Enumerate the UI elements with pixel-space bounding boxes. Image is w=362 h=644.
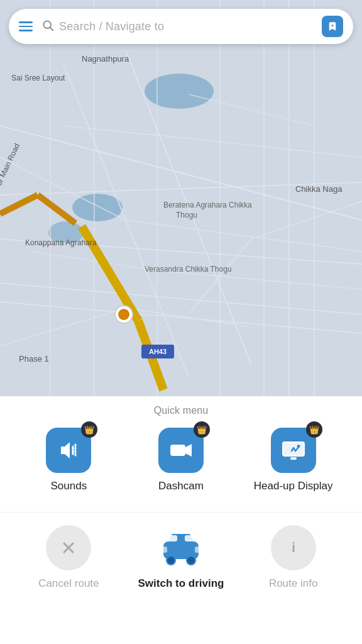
quick-menu-title: Quick menu	[0, 405, 362, 416]
svg-text:Thogu: Thogu	[176, 211, 197, 219]
svg-text:Chikka Naga: Chikka Naga	[295, 184, 343, 194]
dashcam-icon-wrap: 👑	[158, 428, 204, 473]
svg-point-36	[118, 309, 129, 320]
svg-point-48	[332, 25, 334, 26]
svg-text:Konappana Agrahara: Konappana Agrahara	[25, 238, 97, 247]
svg-point-64	[187, 556, 195, 565]
sounds-label: Sounds	[50, 479, 87, 493]
actions-row: Cancel route Switch to driving	[0, 512, 362, 606]
quick-menu-sounds[interactable]: 👑 Sounds	[25, 428, 112, 493]
map-svg: AH43 Nagnathpura Sai Sree Layout Sur Mai…	[0, 0, 362, 396]
speaker-icon	[56, 438, 81, 463]
hud-label: Head-up Display	[254, 479, 333, 493]
svg-marker-53	[185, 444, 192, 457]
switch-driving-icon-wrap	[158, 525, 204, 570]
svg-rect-61	[167, 535, 177, 541]
svg-text:Beratena Agrahara Chikka: Beratena Agrahara Chikka	[163, 201, 252, 209]
route-info-button[interactable]: i Route info	[250, 525, 337, 591]
dashcam-label: Dashcam	[158, 479, 204, 493]
sounds-icon-wrap: 👑	[46, 428, 91, 473]
svg-point-1	[145, 74, 214, 109]
svg-rect-65	[162, 547, 167, 553]
hud-icon-wrap: 👑	[271, 428, 316, 473]
crown-badge-hud: 👑	[306, 421, 322, 438]
svg-marker-49	[61, 442, 70, 458]
map-view: AH43 Nagnathpura Sai Sree Layout Sur Mai…	[0, 0, 362, 396]
search-placeholder[interactable]: Search / Navigate to	[59, 20, 322, 33]
hud-icon	[280, 437, 307, 464]
svg-point-2	[72, 194, 123, 221]
svg-point-63	[167, 556, 175, 565]
hamburger-menu[interactable]	[19, 21, 33, 31]
crown-badge-dashcam: 👑	[194, 421, 210, 438]
cancel-route-button[interactable]: Cancel route	[25, 525, 112, 591]
svg-text:Verasandra Chikka Thogu: Verasandra Chikka Thogu	[145, 265, 232, 274]
switch-driving-button[interactable]: Switch to driving	[137, 525, 225, 591]
search-icon	[41, 19, 54, 35]
svg-rect-66	[195, 547, 200, 553]
svg-rect-57	[290, 457, 297, 460]
dashcam-icon	[168, 437, 194, 464]
route-info-icon-wrap: i	[271, 525, 316, 570]
switch-driving-label: Switch to driving	[138, 577, 224, 591]
car-icon	[158, 529, 204, 567]
cancel-route-icon-wrap	[46, 525, 91, 570]
bookmark-button[interactable]	[322, 16, 343, 37]
svg-point-56	[297, 445, 300, 448]
bottom-panel: Quick menu 👑 Sounds 👑	[0, 396, 362, 644]
cancel-route-label: Cancel route	[38, 577, 99, 591]
svg-rect-0	[0, 0, 362, 396]
route-info-label: Route info	[269, 577, 318, 591]
cancel-route-icon	[58, 537, 79, 558]
svg-rect-52	[170, 445, 185, 456]
svg-rect-62	[185, 535, 195, 541]
svg-line-47	[50, 27, 53, 30]
svg-text:Phase 1: Phase 1	[19, 354, 49, 364]
quick-menu-hud[interactable]: 👑 Head-up Display	[250, 428, 337, 493]
svg-text:AH43: AH43	[149, 348, 167, 355]
search-bar[interactable]: Search / Navigate to	[9, 9, 353, 44]
svg-text:Nagnathpura: Nagnathpura	[82, 54, 129, 64]
quick-menu-dashcam[interactable]: 👑 Dashcam	[137, 428, 225, 493]
route-info-icon: i	[283, 537, 304, 558]
svg-text:Sai Sree Layout: Sai Sree Layout	[11, 74, 65, 82]
quick-menu-row: 👑 Sounds 👑 Dashcam	[0, 428, 362, 493]
crown-badge-sounds: 👑	[81, 421, 97, 438]
svg-text:i: i	[292, 540, 295, 555]
